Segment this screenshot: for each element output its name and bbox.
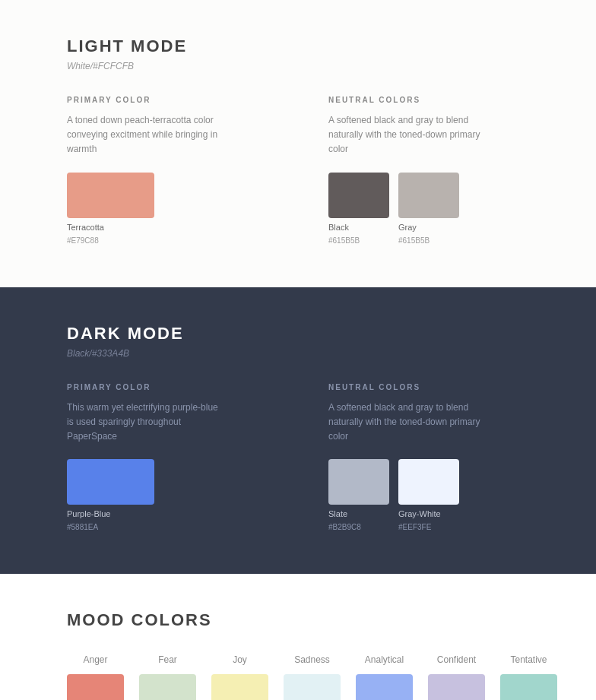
dark-mode-subtitle: Black/#333A4B: [67, 348, 529, 359]
mood-swatch-item-confident: ConfidentPurple#C7C1DF: [428, 654, 485, 700]
terracotta-label: Terracotta: [67, 223, 154, 232]
dark-mode-section: DARK MODE Black/#333A4B PRIMARY COLOR Th…: [0, 287, 596, 575]
light-mode-section: LIGHT MODE White/#FCFCFB PRIMARY COLOR A…: [0, 0, 596, 287]
mood-swatches-row: AngerRed#E68577FearGreen#D3E3CCJoyYellow…: [67, 654, 529, 700]
mood-swatch-tentative: Turquoise#A1D6CC: [500, 674, 557, 700]
dark-mode-title: DARK MODE: [67, 324, 529, 344]
dark-primary-swatches: Purple-Blue #5881EA: [67, 459, 268, 531]
dark-neutral-desc: A softened black and gray to blend natur…: [328, 401, 480, 445]
mood-swatch-item-joy: JoyYellow#F5EFB3: [211, 654, 268, 700]
purple-blue-label: Purple-Blue: [67, 509, 154, 518]
mood-swatch-item-anger: AngerRed#E68577: [67, 654, 124, 700]
slate-swatch: [328, 459, 389, 505]
light-mode-subtitle: White/#FCFCFB: [67, 61, 529, 71]
dark-neutral-title: NEUTRAL COLORS: [328, 383, 529, 391]
mood-category-label-sadness: Sadness: [294, 654, 330, 665]
mood-swatch-sadness: Blue#E2F1F4: [284, 674, 341, 700]
dark-neutral-group: NEUTRAL COLORS A softened black and gray…: [328, 383, 529, 532]
mood-swatch-confident: Purple#C7C1DF: [428, 674, 485, 700]
terracotta-hex: #E79C88: [67, 236, 154, 245]
gray-hex: #615B5B: [398, 236, 459, 245]
mood-swatch-anger: Red#E68577: [67, 674, 124, 700]
gray-white-hex: #EEF3FE: [398, 523, 459, 531]
mood-category-label-fear: Fear: [158, 654, 177, 665]
black-hex: #615B5B: [328, 236, 389, 245]
mood-swatch-item-analytical: AnalyticalPurple-Blue#97B1F4: [356, 654, 413, 700]
mood-swatch-item-fear: FearGreen#D3E3CC: [139, 654, 196, 700]
mood-colors-section: MOOD COLORS AngerRed#E68577FearGreen#D3E…: [0, 574, 596, 700]
dark-mode-colors: PRIMARY COLOR This warm yet electrifying…: [67, 383, 529, 532]
gray-white-swatch-wrapper: Gray-White #EEF3FE: [398, 459, 459, 531]
purple-blue-hex: #5881EA: [67, 523, 154, 531]
purple-blue-swatch: [67, 459, 154, 505]
black-swatch: [328, 173, 389, 218]
black-label: Black: [328, 223, 389, 232]
mood-category-label-analytical: Analytical: [365, 654, 404, 665]
gray-white-label: Gray-White: [398, 509, 459, 518]
gray-swatch: [398, 173, 459, 218]
light-primary-title: PRIMARY COLOR: [67, 96, 268, 104]
mood-category-label-tentative: Tentative: [510, 654, 547, 665]
slate-swatch-wrapper: Slate #B2B9C8: [328, 459, 389, 531]
terracotta-swatch-wrapper: Terracotta #E79C88: [67, 173, 154, 245]
mood-category-label-confident: Confident: [437, 654, 476, 665]
light-primary-group: PRIMARY COLOR A toned down peach-terraco…: [67, 96, 268, 245]
slate-hex: #B2B9C8: [328, 523, 389, 531]
light-mode-title: LIGHT MODE: [67, 36, 529, 56]
light-neutral-title: NEUTRAL COLORS: [328, 96, 529, 104]
terracotta-swatch: [67, 173, 154, 218]
black-swatch-wrapper: Black #615B5B: [328, 173, 389, 245]
purple-blue-swatch-wrapper: Purple-Blue #5881EA: [67, 459, 154, 531]
mood-swatch-analytical: Purple-Blue#97B1F4: [356, 674, 413, 700]
dark-primary-title: PRIMARY COLOR: [67, 383, 268, 391]
gray-label: Gray: [398, 223, 459, 232]
light-neutral-group: NEUTRAL COLORS A softened black and gray…: [328, 96, 529, 245]
light-neutral-desc: A softened black and gray to blend natur…: [328, 113, 480, 157]
gray-white-swatch: [398, 459, 459, 505]
dark-primary-desc: This warm yet electrifying purple-blue i…: [67, 401, 219, 445]
mood-swatch-joy: Yellow#F5EFB3: [211, 674, 268, 700]
mood-category-label-anger: Anger: [83, 654, 107, 665]
mood-swatch-item-sadness: SadnessBlue#E2F1F4: [284, 654, 341, 700]
light-neutral-swatches: Black #615B5B Gray #615B5B: [328, 173, 529, 245]
mood-swatch-item-tentative: TentativeTurquoise#A1D6CC: [500, 654, 557, 700]
mood-swatch-fear: Green#D3E3CC: [139, 674, 196, 700]
mood-colors-title: MOOD COLORS: [67, 610, 529, 630]
dark-neutral-swatches: Slate #B2B9C8 Gray-White #EEF3FE: [328, 459, 529, 531]
mood-category-label-joy: Joy: [233, 654, 247, 665]
light-primary-desc: A toned down peach-terracotta color conv…: [67, 113, 219, 157]
light-mode-colors: PRIMARY COLOR A toned down peach-terraco…: [67, 96, 529, 245]
slate-label: Slate: [328, 509, 389, 518]
gray-swatch-wrapper: Gray #615B5B: [398, 173, 459, 245]
light-primary-swatches: Terracotta #E79C88: [67, 173, 268, 245]
dark-primary-group: PRIMARY COLOR This warm yet electrifying…: [67, 383, 268, 532]
